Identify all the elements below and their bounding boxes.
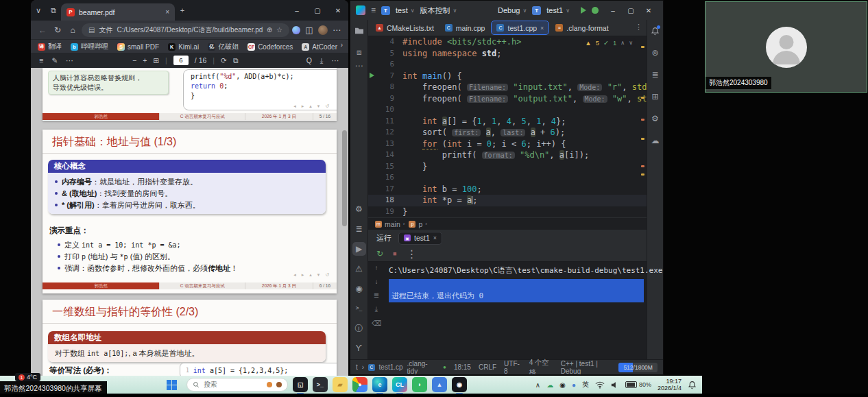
taskbar-explorer[interactable]: ▰ [333, 377, 348, 392]
code-line[interactable]: 8 freopen( Filename: "input.txt", Mode: … [368, 82, 647, 93]
taskbar-clion[interactable]: CL [392, 377, 407, 392]
workspaces-icon[interactable]: ⧉ [46, 6, 61, 15]
page-number-input[interactable]: 6 [173, 56, 189, 65]
code-line[interactable]: 15 } [368, 161, 647, 173]
weather-widget[interactable]: 1 4°C [15, 373, 40, 381]
tab-close-icon[interactable]: × [433, 234, 437, 241]
project-folder-icon[interactable] [352, 24, 366, 38]
status-item[interactable]: UTF-8 [504, 360, 522, 375]
speaker-icon[interactable] [611, 381, 619, 389]
services-icon[interactable]: ◉ [352, 282, 366, 296]
status-item[interactable]: CRLF [479, 363, 496, 371]
code-line[interactable]: 13 for (int i = 0; i < 6; i++) { [368, 139, 647, 150]
database-icon[interactable]: ≣ [649, 68, 662, 82]
prev-issue-icon[interactable]: ∧ [620, 40, 625, 46]
taskbar-edge[interactable]: e [372, 377, 387, 392]
memory-indicator[interactable]: 512/1800M [618, 363, 658, 372]
ime-indicator[interactable]: 英 [582, 380, 589, 389]
code-line[interactable]: 10 [368, 104, 647, 116]
run-button[interactable] [581, 7, 586, 14]
tray-cloud-icon[interactable]: ☁ [546, 381, 553, 389]
inspection-widget[interactable]: ▲5 ✓1 ∧ ∨ [582, 38, 636, 47]
debug-button[interactable] [592, 7, 599, 14]
zoom-in-icon[interactable]: + [143, 56, 147, 64]
split-screen-icon[interactable]: ◫ [303, 25, 315, 35]
run-config-dropdown[interactable]: test1∨ [546, 6, 570, 14]
bookmark-smallpdf[interactable]: S small PDF [117, 43, 159, 51]
bookmark-atcoder[interactable]: A AtCoder [302, 43, 337, 51]
minimize-button[interactable]: – [604, 7, 622, 14]
zoom-icon[interactable]: ⊕ [267, 26, 272, 34]
remote-cloud-icon[interactable]: ☁ [649, 134, 662, 147]
code-line[interactable]: 7 int main() { [368, 71, 647, 82]
notification-bell-icon[interactable] [688, 381, 697, 389]
error-stripe[interactable] [640, 36, 646, 217]
maximize-button[interactable]: ▢ [307, 7, 328, 14]
maximize-button[interactable]: ▢ [622, 7, 640, 14]
problems-icon[interactable]: ⚠ [352, 262, 366, 276]
ai-assistant-icon[interactable]: ⊚ [649, 46, 662, 60]
run-toolwindow-icon[interactable]: ▶ [352, 242, 366, 256]
more-tools-icon[interactable]: ⋯ [352, 59, 366, 73]
tab-clang-format[interactable]: ≡ .clang-format [551, 21, 613, 34]
tab-close-icon[interactable]: × [165, 8, 169, 16]
code-line[interactable]: 6 [368, 59, 647, 71]
new-tab-button[interactable]: + [175, 6, 190, 14]
status-file[interactable]: test1.cp [379, 363, 403, 371]
close-button[interactable]: ✕ [640, 7, 658, 14]
taskbar-wechat[interactable]: ◗ [412, 377, 427, 392]
favorite-star-icon[interactable]: ☆ [276, 26, 282, 34]
tray-qq-icon[interactable]: ◉ [559, 381, 566, 389]
tab-search-icon[interactable]: ∨ [31, 6, 46, 15]
code-line[interactable]: 9 freopen( Filename: "output.txt", Mode:… [368, 93, 647, 105]
battery-indicator[interactable]: 80% [625, 381, 651, 388]
rerun-icon[interactable]: ↻ [376, 249, 383, 258]
main-menu-icon[interactable]: ≡ [371, 5, 376, 15]
code-editor[interactable]: 4 #include <bits/stdc++.h> 5 using names… [368, 36, 647, 217]
taskbar-terminal[interactable]: >_ [313, 377, 328, 392]
code-line[interactable]: 11 int a[] = {1, 1, 4, 5, 1, 4}; [368, 116, 647, 128]
taskbar-photos[interactable]: ▲ [432, 377, 447, 392]
run-console-tab[interactable]: ▣ test1 × [398, 232, 442, 245]
tray-mic-icon[interactable]: ● [572, 381, 576, 389]
structure-icon[interactable]: ⧈ [352, 45, 366, 59]
stop-icon[interactable]: ■ [393, 250, 396, 257]
browser-more-icon[interactable]: ⋯ [330, 25, 343, 35]
pdf-save-icon[interactable]: ⤓ [320, 56, 324, 65]
tab-test1-cpp[interactable]: C test1.cpp × [491, 21, 549, 35]
breadcrumb-p[interactable]: p p › [409, 220, 427, 228]
pdf-more2-icon[interactable]: ⋯ [332, 56, 339, 64]
browser-tab[interactable]: P beamer.pdf × [61, 3, 175, 21]
status-item[interactable]: C++ | test1 | Debug [561, 360, 615, 375]
code-line[interactable]: 18 int *p = a; [368, 195, 647, 206]
build-type-dropdown[interactable]: Debug∨ [498, 6, 527, 14]
status-item[interactable]: .clang-tidy [407, 360, 435, 375]
address-url[interactable]: C:/Users/24087/Desktop/C语言/build/beamer.… [117, 25, 262, 35]
taskbar-clock[interactable]: 19:17 2026/1/4 [658, 378, 682, 392]
participant-video-tile[interactable]: 郭浩然2024303980 [705, 1, 867, 93]
bookmark-kimi[interactable]: K Kimi.ai [168, 43, 199, 51]
tab-main-cpp[interactable]: C main.cpp [440, 21, 490, 34]
todo-icon[interactable]: ≣ [352, 222, 366, 236]
pdf-more-icon[interactable]: ⋯ [66, 56, 73, 64]
fit-page-icon[interactable]: ⊞ [153, 56, 159, 64]
taskbar-meeting-app[interactable]: ◱ [293, 377, 308, 392]
status-item[interactable]: ● [443, 364, 446, 370]
wifi-icon[interactable] [595, 381, 605, 389]
taskbar-search[interactable]: 搜索 [186, 378, 288, 392]
taskbar-qq[interactable]: ◉ [452, 377, 467, 392]
bookmark-fanyi[interactable]: 译 翻译 [38, 42, 62, 51]
soft-wrap-icon[interactable]: ≣ [374, 291, 379, 299]
git-icon[interactable]: ϒ [352, 341, 366, 355]
back-icon[interactable]: ← [36, 25, 49, 35]
pdf-menu-icon[interactable]: ≡ [39, 56, 43, 64]
project-dropdown[interactable]: test∨ [396, 6, 415, 14]
page-view-icon[interactable]: ⧉ [233, 56, 239, 65]
pdf-viewer[interactable]: 人脑计算容易忽略替换规则， 导致优先级错误。 printf("%d", ADD(… [31, 68, 348, 379]
run-more-icon[interactable]: ⋮ [407, 248, 418, 261]
bookmark-bilibili[interactable]: b 哔哩哔哩 [71, 42, 108, 51]
address-bar[interactable]: ▤ 文件 C:/Users/24087/Desktop/C语言/build/be… [82, 23, 289, 37]
notifications-icon[interactable] [649, 24, 662, 38]
status-item[interactable]: 18:15 [454, 363, 471, 371]
code-line[interactable]: 12 sort( first: a, last: a + 6); [368, 127, 647, 139]
